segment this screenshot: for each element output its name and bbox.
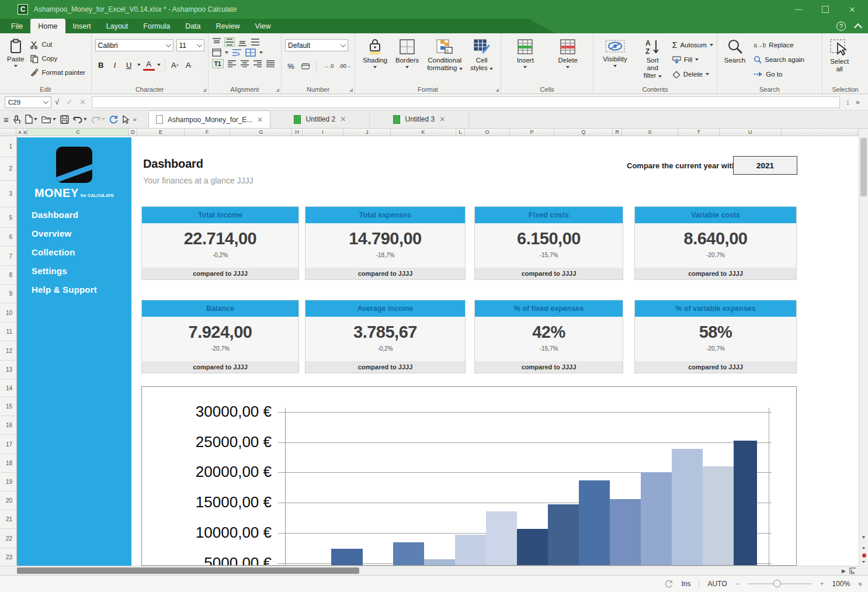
- row-header-12[interactable]: 12: [0, 341, 16, 361]
- sheet-corner-icon[interactable]: [849, 567, 856, 574]
- formula-bar-resize-icon[interactable]: ↕: [846, 98, 850, 106]
- select-all-corner[interactable]: [0, 129, 16, 136]
- row-header-13[interactable]: 13: [0, 361, 16, 379]
- collapse-ribbon-icon[interactable]: [854, 23, 862, 32]
- column-header-C[interactable]: C: [27, 129, 129, 136]
- align-right-icon[interactable]: [253, 60, 262, 67]
- paste-button[interactable]: Paste: [4, 37, 27, 78]
- fill-button[interactable]: Fill: [672, 54, 713, 65]
- formula-bar-overflow-icon[interactable]: »: [856, 98, 860, 106]
- menu-tab-review[interactable]: Review: [209, 19, 248, 33]
- align-center-icon[interactable]: [240, 60, 249, 67]
- menu-tab-home[interactable]: Home: [30, 19, 65, 33]
- menu-tab-formula[interactable]: Formula: [136, 19, 178, 33]
- horizontal-scrollbar[interactable]: ▶: [0, 566, 859, 575]
- horizontal-scrollbar-thumb[interactable]: [17, 567, 359, 574]
- italic-button[interactable]: I: [109, 59, 121, 71]
- delete-cells-button[interactable]: Delete: [555, 37, 581, 70]
- redo-icon[interactable]: [91, 115, 105, 123]
- zoom-level[interactable]: 100%: [832, 580, 850, 588]
- search-button[interactable]: Search: [721, 37, 749, 80]
- close-button[interactable]: [843, 5, 861, 14]
- sync-icon[interactable]: [665, 580, 673, 588]
- insert-mode-indicator[interactable]: Ins: [681, 580, 690, 588]
- distribute-vertical-icon[interactable]: [251, 38, 260, 46]
- confirm-icon[interactable]: ✓: [66, 98, 72, 106]
- goto-button[interactable]: Go to: [754, 68, 804, 80]
- close-tab-icon[interactable]: ✕: [340, 115, 346, 123]
- help-icon[interactable]: ?: [836, 22, 846, 31]
- column-header-R[interactable]: R: [613, 129, 622, 136]
- column-header-P[interactable]: P: [510, 129, 554, 136]
- menu-tab-file[interactable]: File: [4, 19, 30, 33]
- select-all-button[interactable]: Selectall: [826, 37, 853, 75]
- vertical-text-button[interactable]: T1: [212, 59, 224, 68]
- new-document-icon[interactable]: [25, 115, 37, 124]
- sidebar-item-settings[interactable]: Settings: [17, 261, 131, 280]
- status-overflow-icon[interactable]: »: [858, 580, 862, 588]
- row-header-16[interactable]: 16: [0, 416, 16, 435]
- auto-mode-indicator[interactable]: AUTO: [707, 580, 727, 588]
- record-down-icon[interactable]: ⏷: [859, 559, 868, 565]
- column-header-B[interactable]: B: [23, 129, 27, 136]
- row-header-17[interactable]: 17: [0, 435, 16, 454]
- delete-contents-button[interactable]: Delete: [672, 68, 713, 80]
- close-tab-icon[interactable]: ✕: [439, 115, 445, 123]
- row-header-1[interactable]: 1: [0, 136, 16, 157]
- scroll-right-icon[interactable]: ▶: [842, 568, 846, 574]
- open-file-icon[interactable]: [41, 115, 56, 123]
- row-header-15[interactable]: 15: [0, 397, 16, 416]
- row-header-21[interactable]: 21: [0, 510, 16, 529]
- sort-filter-button[interactable]: AZ Sort andfilter: [639, 37, 666, 82]
- sidebar-item-overview[interactable]: Overview: [17, 224, 131, 243]
- close-tab-icon[interactable]: ✕: [257, 116, 263, 124]
- row-header-19[interactable]: 19: [0, 473, 16, 491]
- orientation-icon[interactable]: [212, 49, 221, 57]
- record-position-dot[interactable]: [862, 553, 866, 558]
- row-header-23[interactable]: 23: [0, 548, 16, 566]
- shading-button[interactable]: Shading: [359, 37, 391, 74]
- column-header-K[interactable]: K: [391, 129, 456, 136]
- sidebar-item-dashboard[interactable]: Dashboard: [17, 205, 131, 224]
- column-header-G[interactable]: G: [230, 129, 292, 136]
- menu-tab-layout[interactable]: Layout: [99, 19, 136, 33]
- scroll-down-icon[interactable]: ▼: [859, 535, 868, 540]
- shrink-font-button[interactable]: A-: [183, 59, 195, 71]
- replace-button[interactable]: a→bReplace: [754, 39, 804, 51]
- touch-mode-icon[interactable]: [13, 115, 21, 124]
- menu-tab-data[interactable]: Data: [178, 19, 208, 33]
- column-header-S[interactable]: S: [622, 129, 678, 136]
- insert-cells-button[interactable]: Insert: [513, 37, 537, 70]
- vertical-scrollbar-thumb[interactable]: [860, 138, 867, 196]
- zoom-slider[interactable]: [748, 583, 812, 584]
- search-again-button[interactable]: Search again: [754, 54, 804, 65]
- cancel-icon[interactable]: ✕: [79, 98, 86, 106]
- align-top-icon[interactable]: [212, 38, 221, 46]
- column-header-I[interactable]: I: [303, 129, 344, 136]
- document-tab[interactable]: Untitled 3✕: [370, 110, 469, 128]
- currency-icon[interactable]: [301, 63, 310, 70]
- row-header-8[interactable]: 8: [0, 266, 16, 285]
- column-header-T[interactable]: T: [678, 129, 720, 136]
- remove-decimal-button[interactable]: .00→: [339, 60, 351, 72]
- conditional-formatting-button[interactable]: ≤ Conditionalformatting: [423, 37, 466, 74]
- add-decimal-button[interactable]: ←.0: [323, 60, 335, 72]
- vertical-scrollbar[interactable]: ▼ ⏶ ⏷: [859, 136, 868, 566]
- justify-icon[interactable]: [266, 60, 275, 67]
- align-left-icon[interactable]: [227, 60, 237, 67]
- align-middle-icon[interactable]: [225, 38, 234, 46]
- zoom-in-button[interactable]: +: [820, 580, 824, 588]
- percent-button[interactable]: %: [285, 60, 297, 72]
- formula-input[interactable]: [92, 96, 840, 108]
- compare-year-select[interactable]: 2021: [733, 156, 797, 175]
- row-header-11[interactable]: 11: [0, 323, 16, 341]
- column-header-A[interactable]: A: [16, 129, 23, 136]
- minimize-button[interactable]: [790, 5, 807, 14]
- row-header-22[interactable]: 22: [0, 529, 16, 548]
- refresh-icon[interactable]: [109, 115, 118, 124]
- visibility-button[interactable]: Visibility: [599, 37, 630, 82]
- row-header-2[interactable]: 2: [0, 157, 16, 181]
- format-painter-button[interactable]: Format painter: [30, 67, 85, 78]
- grow-font-button[interactable]: A+: [169, 59, 181, 71]
- row-header-10[interactable]: 10: [0, 303, 16, 323]
